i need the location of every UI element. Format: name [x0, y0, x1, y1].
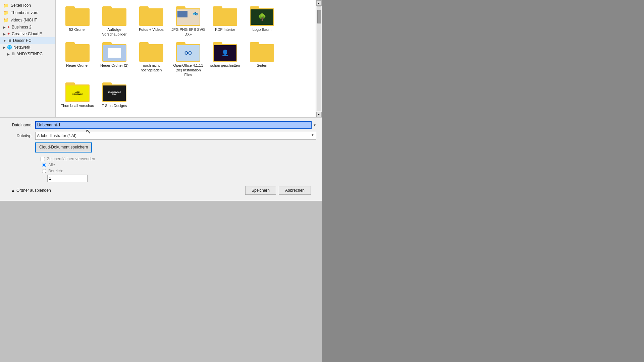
- radio-alle-row: Alle: [42, 163, 316, 167]
- folder-icon-thumb: 📁: [3, 10, 9, 15]
- folder-icon-seiten: [250, 42, 274, 62]
- radio-bereich[interactable]: [42, 169, 46, 173]
- dialog-body: 📁 Seiten Icon 📁 Thumbnail vors 📁 videos …: [0, 0, 322, 117]
- scrollbar-thumb[interactable]: [317, 10, 321, 23]
- save-button[interactable]: Speichern: [245, 186, 276, 195]
- cloud-button-wrapper: Cloud-Dokument speichern: [35, 142, 92, 153]
- sidebar-label-business2: Business 2: [12, 25, 32, 29]
- range-input-wrapper: [41, 175, 316, 182]
- folder-label-logo: Logo Baum: [253, 27, 271, 32]
- checkbox-row: Zeichenflächen verwenden: [41, 157, 316, 161]
- folder-neuer[interactable]: Neuer Ordner: [59, 40, 96, 80]
- cloud-save-button[interactable]: Cloud-Dokument speichern: [35, 142, 92, 153]
- dateiname-input[interactable]: [35, 121, 312, 129]
- folder-label-kdp: KDP Interior: [215, 27, 235, 32]
- folder-fotos[interactable]: Fotos + Videos: [133, 4, 170, 40]
- cancel-button[interactable]: Abbrechen: [279, 186, 311, 195]
- folder-icon-schon: [213, 42, 237, 62]
- sidebar-label-videos: videos (NICHT: [11, 18, 37, 22]
- dateityp-select[interactable]: Adobe Illustrator (*.AI): [35, 132, 316, 140]
- expand-arrow-business2: ▶: [3, 25, 6, 29]
- folder-icon-fotos: [139, 6, 163, 26]
- folder-label-neuer: Neuer Ordner: [66, 63, 89, 68]
- pc-icon: 🖥: [8, 38, 12, 43]
- folder-icon-jpg: [176, 6, 200, 26]
- folder-label-auftraege: Aufträge Vorschaubilder: [98, 27, 131, 37]
- folder-openoffice[interactable]: OpenOffice 4.1.11 (de) Installation File…: [170, 40, 207, 80]
- folder-icon-thumbnail: [65, 82, 90, 102]
- scrollbar-up-btn[interactable]: ▲: [316, 0, 322, 6]
- folder-icon-auftraege: [102, 6, 126, 26]
- dateityp-label: Dateityp:: [6, 133, 33, 138]
- sidebar-item-dieser-pc[interactable]: ▼ 🖥 Dieser PC: [0, 37, 55, 44]
- folder-neuer2[interactable]: Neuer Ordner (2): [96, 40, 133, 80]
- folder-kdp[interactable]: KDP Interior: [207, 4, 244, 40]
- sidebar-label-pc: Dieser PC: [13, 38, 32, 43]
- sidebar-label-thumb: Thumbnail vors: [11, 10, 38, 15]
- folder-seiten[interactable]: Seiten: [244, 40, 280, 80]
- form-area: Dateiname: ▼ Dateityp: Adobe Illustrator…: [0, 117, 322, 201]
- thumb-blue: [103, 45, 126, 61]
- right-background: [322, 0, 644, 362]
- folder-label-neuer2: Neuer Ordner (2): [100, 63, 128, 68]
- folder-label-52: 52 Ordner: [69, 27, 86, 32]
- footer-buttons: ▲ Ordner ausblenden Speichern Abbrechen: [6, 183, 316, 197]
- folder-label-seiten: Seiten: [257, 63, 267, 68]
- folder-label-tshirt: T-Shirt Designs: [102, 103, 127, 108]
- folder-schon[interactable]: schon geschnitten: [207, 40, 244, 80]
- folder-thumbnail[interactable]: Thumbnail vorschau: [59, 80, 96, 111]
- folder-auftraege[interactable]: Aufträge Vorschaubilder: [96, 4, 133, 40]
- dateiname-row: Dateiname: ▼: [6, 121, 316, 129]
- folder-label-schon: schon geschnitten: [210, 63, 240, 68]
- folder-noch-nicht[interactable]: noch nicht hochgeladen: [133, 40, 170, 80]
- bottom-background: [0, 201, 322, 362]
- folder-tshirt[interactable]: T-Shirt Designs: [96, 80, 133, 111]
- thumb-purple: [214, 45, 236, 61]
- sidebar-item-netzwerk[interactable]: ▶ 🌐 Netzwerk: [0, 44, 55, 51]
- thumb-logo: [251, 9, 273, 25]
- hide-folders-button[interactable]: ▲ Ordner ausblenden: [11, 188, 51, 193]
- thumb-fishing: [177, 9, 200, 25]
- thumb-oo: [177, 45, 200, 61]
- sidebar-item-thumbnail-vors[interactable]: 📁 Thumbnail vors: [0, 9, 55, 16]
- cloud-icon-cc: ✦: [7, 32, 10, 36]
- sidebar-label-netzwerk: Netzwerk: [13, 45, 30, 50]
- sidebar-item-andyseinpc[interactable]: ▶ 🖥 ANDYSEINPC: [0, 51, 55, 57]
- radio-alle-label: Alle: [48, 163, 55, 167]
- folder-label-oo: OpenOffice 4.1.11 (de) Installation File…: [171, 63, 205, 77]
- sidebar-item-creative-cloud[interactable]: ▶ ✦ Creative Cloud F: [0, 31, 55, 37]
- collapse-arrow-icon: ▲: [11, 188, 15, 193]
- folder-icon-videos: 📁: [3, 17, 9, 23]
- cloud-icon-business2: ✦: [7, 25, 10, 29]
- folder-icon-seiten: 📁: [3, 3, 9, 8]
- dateityp-row: Dateityp: Adobe Illustrator (*.AI): [6, 132, 316, 140]
- sidebar-item-seiten-icon[interactable]: 📁 Seiten Icon: [0, 2, 55, 9]
- pc2-icon: 🖥: [11, 52, 15, 56]
- scrollbar-down-btn[interactable]: ▼: [316, 112, 322, 117]
- folder-52-ordner[interactable]: 52 Ordner: [59, 4, 96, 40]
- folder-icon-logo: [250, 6, 274, 26]
- folder-label-jpg: JPG PNG EPS SVG DXF: [171, 27, 205, 37]
- sidebar-item-videos[interactable]: 📁 videos (NICHT: [0, 16, 55, 24]
- folder-icon-neuer2: [102, 42, 126, 62]
- file-area[interactable]: 52 Ordner Aufträge Vorschaubilder Fotos …: [56, 0, 316, 117]
- folder-jpg[interactable]: JPG PNG EPS SVG DXF: [170, 4, 207, 40]
- radio-bereich-row: Bereich:: [42, 169, 316, 173]
- folder-logo[interactable]: Logo Baum: [244, 4, 280, 40]
- folder-icon-tshirt: [102, 82, 126, 102]
- dropdown-arrow-datei: ▼: [313, 123, 316, 127]
- expand-arrow-netzwerk: ▶: [3, 46, 6, 49]
- folder-icon-neuer: [65, 42, 90, 62]
- dateiname-label: Dateiname:: [6, 123, 33, 127]
- scrollbar[interactable]: ▲ ▼: [316, 0, 322, 117]
- folder-icon-52: [65, 6, 90, 26]
- scrollbar-track[interactable]: [317, 6, 321, 111]
- dateityp-select-wrapper: Adobe Illustrator (*.AI): [35, 132, 316, 140]
- folder-label-noch: noch nicht hochgeladen: [135, 63, 168, 73]
- range-input[interactable]: [47, 175, 88, 182]
- radio-alle[interactable]: [42, 163, 46, 167]
- zeichenflaechen-checkbox[interactable]: [41, 157, 45, 161]
- expand-arrow-pc: ▼: [3, 39, 6, 43]
- network-icon: 🌐: [7, 45, 12, 50]
- sidebar-item-business2[interactable]: ▶ ✦ Business 2: [0, 24, 55, 31]
